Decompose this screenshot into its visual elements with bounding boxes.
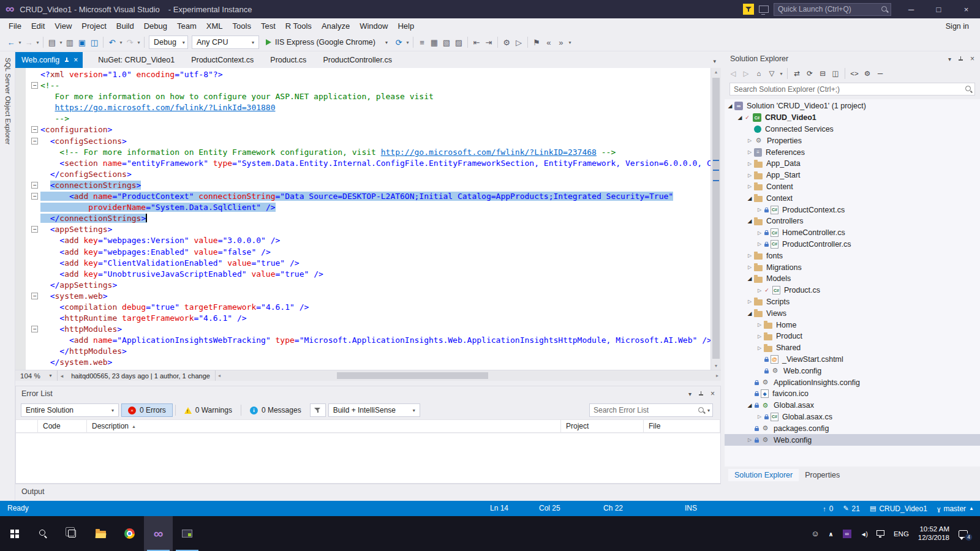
- code-line[interactable]: <add name="ApplicationInsightsWebTrackin…: [15, 335, 710, 346]
- tree-item[interactable]: ⚙packages.config: [725, 422, 980, 434]
- menu-view[interactable]: View: [50, 18, 77, 34]
- error-scope-select[interactable]: Entire Solution ▾: [21, 403, 119, 417]
- code-line[interactable]: <add key="UnobtrusiveJavaScriptEnabled" …: [15, 269, 710, 280]
- collapse-arrow-icon[interactable]: ◢: [745, 310, 754, 317]
- tree-item[interactable]: ◢Models: [725, 273, 980, 285]
- tree-item[interactable]: ⚙Web.config: [725, 365, 980, 377]
- menu-help[interactable]: Help: [393, 18, 419, 34]
- code-line[interactable]: </system.web>: [15, 357, 710, 368]
- expand-arrow-icon[interactable]: ▷: [755, 345, 764, 351]
- menu-xml[interactable]: XML: [202, 18, 228, 34]
- back-icon[interactable]: ◁: [727, 67, 739, 80]
- code-line[interactable]: <add key="webpages:Enabled" value="false…: [15, 247, 710, 258]
- horizontal-scrollbar[interactable]: ◂ ▸: [216, 370, 721, 381]
- undo-icon[interactable]: ↶: [106, 36, 118, 49]
- code-line[interactable]: <!-- For more information on Entity Fram…: [15, 147, 710, 158]
- code-line[interactable]: <add key="ClientValidationEnabled" value…: [15, 258, 710, 269]
- column-header-description[interactable]: Description▲: [87, 420, 561, 432]
- pin-icon[interactable]: [698, 391, 704, 397]
- menu-file[interactable]: File: [4, 18, 26, 34]
- format-document-icon[interactable]: ≡: [416, 36, 428, 49]
- close-icon[interactable]: [970, 54, 974, 63]
- pending-edits-button[interactable]: ✎ 21: [843, 504, 860, 513]
- tree-item[interactable]: ▷Shared: [725, 342, 980, 354]
- new-project-icon[interactable]: ▤: [46, 36, 58, 49]
- tree-item[interactable]: ▷fonts: [725, 250, 980, 261]
- expand-arrow-icon[interactable]: ▷: [755, 230, 764, 236]
- start-xslt-debugging-icon[interactable]: ▷: [513, 36, 525, 49]
- menu-test[interactable]: Test: [256, 18, 281, 34]
- navigate-back-icon[interactable]: ←: [5, 36, 17, 49]
- collapse-arrow-icon[interactable]: ◢: [745, 195, 754, 201]
- maximize-button[interactable]: □: [925, 0, 952, 18]
- navigate-forward-icon[interactable]: →: [23, 36, 35, 49]
- menu-team[interactable]: Team: [172, 18, 202, 34]
- collapse-all-icon[interactable]: ⊟: [816, 67, 829, 80]
- column-header-code[interactable]: Code: [38, 420, 87, 432]
- tree-item[interactable]: ◢⚙Global.asax: [725, 400, 980, 411]
- toggle-bookmark-icon[interactable]: ⚑: [530, 36, 543, 49]
- code-line[interactable]: − <add name="ProductContext" connectionS…: [15, 191, 710, 202]
- network-icon[interactable]: [876, 530, 884, 536]
- pin-icon[interactable]: [958, 56, 963, 62]
- code-line[interactable]: − <httpModules>: [15, 324, 710, 335]
- file-explorer-button[interactable]: [86, 516, 115, 551]
- code-line[interactable]: </configSections>: [15, 169, 710, 180]
- tree-item[interactable]: ▷C#Global.asax.cs: [725, 411, 980, 423]
- chrome-button[interactable]: [115, 516, 144, 551]
- tree-item[interactable]: ▷Product: [725, 331, 980, 342]
- unpublished-commits-button[interactable]: ↑ 0: [823, 504, 833, 513]
- view-code-icon[interactable]: <>: [848, 67, 861, 80]
- expand-arrow-icon[interactable]: ▷: [745, 299, 754, 304]
- collapse-arrow-icon[interactable]: ◢: [745, 218, 754, 224]
- error-list-body[interactable]: [16, 433, 720, 483]
- code-line[interactable]: <add key="webpages:Version" value="3.0.0…: [15, 235, 710, 246]
- clock[interactable]: 10:52 AM 12/3/2018: [918, 525, 949, 542]
- code-line[interactable]: −<!--: [15, 80, 710, 91]
- tree-item[interactable]: ▷App_Start: [725, 170, 980, 181]
- code-line[interactable]: − <connectionStrings>: [15, 180, 710, 191]
- tree-item[interactable]: ▷Scripts: [725, 296, 980, 308]
- solution-explorer-search-box[interactable]: Search Solution Explorer (Ctrl+;): [729, 83, 975, 96]
- visual-studio-button[interactable]: [144, 516, 173, 551]
- fold-toggle-icon[interactable]: −: [31, 138, 38, 144]
- code-line[interactable]: − <configSections>: [15, 136, 710, 147]
- volume-icon[interactable]: [861, 530, 867, 538]
- save-all-icon[interactable]: ◫: [88, 36, 100, 49]
- tree-item[interactable]: ▷C#HomeController.cs: [725, 227, 980, 239]
- tab-nuget-crud-video1[interactable]: NuGet: CRUD_Video1: [91, 52, 181, 68]
- properties-icon[interactable]: ⚙: [861, 67, 873, 80]
- pin-icon[interactable]: [64, 57, 69, 64]
- start-debugging-button[interactable]: IIS Express (Google Chrome)▾: [261, 35, 393, 50]
- tree-item[interactable]: ◢Controllers: [725, 216, 980, 227]
- fold-toggle-icon[interactable]: −: [31, 293, 38, 299]
- tree-item[interactable]: Connected Services: [725, 124, 980, 135]
- code-pane[interactable]: <?xml version="1.0" encoding="utf-8"?>−<…: [15, 69, 710, 370]
- action-center-button[interactable]: 4: [959, 530, 968, 538]
- preview-selected-items-icon[interactable]: ◫: [829, 67, 842, 80]
- document-list-icon[interactable]: ▾: [713, 58, 721, 68]
- save-icon[interactable]: ▣: [76, 36, 88, 49]
- code-editor[interactable]: <?xml version="1.0" encoding="utf-8"?>−<…: [15, 68, 721, 370]
- expand-arrow-icon[interactable]: ▷: [755, 334, 764, 339]
- expand-arrow-icon[interactable]: ▷: [755, 322, 764, 328]
- code-line[interactable]: For more information on how to configure…: [15, 91, 710, 102]
- expand-arrow-icon[interactable]: ▷: [755, 241, 764, 247]
- tab-web-config[interactable]: Web.config×: [15, 52, 83, 68]
- pane-splitter[interactable]: [15, 381, 721, 386]
- window-position-icon[interactable]: [948, 56, 951, 62]
- vs-experimental-button[interactable]: [173, 516, 202, 551]
- expand-arrow-icon[interactable]: ▷: [745, 184, 754, 189]
- close-button[interactable]: ×: [952, 0, 980, 18]
- show-hidden-icons-button[interactable]: [829, 530, 834, 538]
- tree-item[interactable]: ▷Migrations: [725, 261, 980, 273]
- collapse-arrow-icon[interactable]: ◢: [745, 402, 754, 408]
- code-line[interactable]: <compilation debug="true" targetFramewor…: [15, 302, 710, 313]
- tree-item[interactable]: ▷⚙Web.config: [725, 434, 980, 446]
- code-line[interactable]: − <appSettings>: [15, 224, 710, 235]
- sync-with-active-document-icon[interactable]: ⇄: [791, 67, 803, 80]
- source-control-info[interactable]: haitqd00565, 23 days ago | 1 author, 1 c…: [66, 370, 216, 381]
- code-line[interactable]: − <system.web>: [15, 291, 710, 302]
- expand-arrow-icon[interactable]: ▷: [745, 264, 754, 270]
- code-line[interactable]: <httpRuntime targetFramework="4.6.1" />: [15, 313, 710, 324]
